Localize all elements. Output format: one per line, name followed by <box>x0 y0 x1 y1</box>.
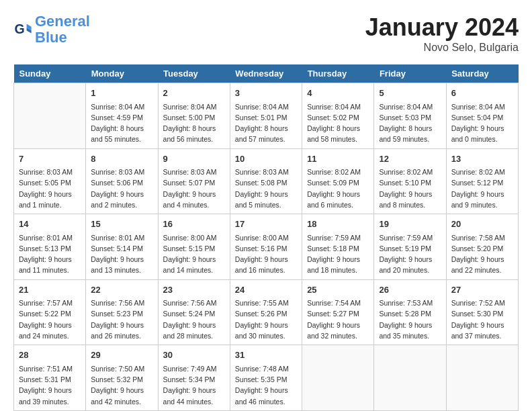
day-cell: 27Sunrise: 7:52 AM Sunset: 5:30 PM Dayli… <box>446 279 518 345</box>
day-number: 25 <box>307 283 369 297</box>
day-header-friday: Friday <box>374 64 446 83</box>
day-info: Sunrise: 8:04 AM Sunset: 5:00 PM Dayligh… <box>163 101 225 145</box>
day-info: Sunrise: 7:59 AM Sunset: 5:18 PM Dayligh… <box>307 232 369 276</box>
day-info: Sunrise: 7:56 AM Sunset: 5:24 PM Dayligh… <box>163 298 225 341</box>
page-header: G GeneralBlue January 2024 Novo Selo, Bu… <box>13 13 519 54</box>
day-number: 7 <box>19 152 81 166</box>
day-info: Sunrise: 7:48 AM Sunset: 5:35 PM Dayligh… <box>235 363 297 407</box>
day-cell: 29Sunrise: 7:50 AM Sunset: 5:32 PM Dayli… <box>86 345 158 411</box>
day-cell: 12Sunrise: 8:02 AM Sunset: 5:10 PM Dayli… <box>374 148 446 214</box>
day-info: Sunrise: 8:04 AM Sunset: 5:01 PM Dayligh… <box>235 101 297 145</box>
day-cell: 15Sunrise: 8:01 AM Sunset: 5:14 PM Dayli… <box>86 214 158 280</box>
day-cell: 26Sunrise: 7:53 AM Sunset: 5:28 PM Dayli… <box>374 279 446 345</box>
day-cell: 10Sunrise: 8:03 AM Sunset: 5:08 PM Dayli… <box>230 148 302 214</box>
day-number: 17 <box>235 218 297 231</box>
day-cell: 14Sunrise: 8:01 AM Sunset: 5:13 PM Dayli… <box>14 214 86 280</box>
day-info: Sunrise: 7:57 AM Sunset: 5:22 PM Dayligh… <box>19 298 81 341</box>
day-info: Sunrise: 8:03 AM Sunset: 5:06 PM Dayligh… <box>91 167 152 210</box>
day-cell: 21Sunrise: 7:57 AM Sunset: 5:22 PM Dayli… <box>14 279 86 345</box>
day-cell: 8Sunrise: 8:03 AM Sunset: 5:06 PM Daylig… <box>86 148 158 214</box>
day-info: Sunrise: 8:04 AM Sunset: 4:59 PM Dayligh… <box>91 101 152 145</box>
calendar-table: SundayMondayTuesdayWednesdayThursdayFrid… <box>13 64 519 411</box>
day-cell: 11Sunrise: 8:02 AM Sunset: 5:09 PM Dayli… <box>302 148 374 214</box>
logo: G GeneralBlue <box>13 13 90 46</box>
day-number: 6 <box>451 87 513 100</box>
week-row-1: 1Sunrise: 8:04 AM Sunset: 4:59 PM Daylig… <box>14 83 519 149</box>
day-cell: 30Sunrise: 7:49 AM Sunset: 5:34 PM Dayli… <box>158 345 230 411</box>
day-number: 13 <box>451 152 513 166</box>
day-cell <box>14 83 86 149</box>
day-info: Sunrise: 7:59 AM Sunset: 5:19 PM Dayligh… <box>379 232 441 276</box>
day-number: 27 <box>451 283 513 297</box>
day-info: Sunrise: 8:00 AM Sunset: 5:16 PM Dayligh… <box>235 232 297 276</box>
week-row-4: 21Sunrise: 7:57 AM Sunset: 5:22 PM Dayli… <box>14 279 519 345</box>
day-cell: 18Sunrise: 7:59 AM Sunset: 5:18 PM Dayli… <box>302 214 374 280</box>
day-cell: 24Sunrise: 7:55 AM Sunset: 5:26 PM Dayli… <box>230 279 302 345</box>
day-number: 22 <box>91 283 152 297</box>
day-number: 4 <box>307 87 369 100</box>
day-header-monday: Monday <box>86 64 158 83</box>
month-title: January 2024 <box>365 13 519 42</box>
location-subtitle: Novo Selo, Bulgaria <box>365 42 519 54</box>
day-number: 18 <box>307 218 369 231</box>
day-cell: 25Sunrise: 7:54 AM Sunset: 5:27 PM Dayli… <box>302 279 374 345</box>
day-cell <box>446 345 518 411</box>
day-number: 19 <box>379 218 441 231</box>
day-info: Sunrise: 7:51 AM Sunset: 5:31 PM Dayligh… <box>19 363 81 407</box>
day-number: 31 <box>235 349 297 362</box>
day-header-saturday: Saturday <box>446 64 518 83</box>
day-number: 10 <box>235 152 297 166</box>
day-info: Sunrise: 7:53 AM Sunset: 5:28 PM Dayligh… <box>379 298 441 341</box>
day-number: 2 <box>163 87 225 100</box>
day-info: Sunrise: 8:04 AM Sunset: 5:03 PM Dayligh… <box>379 101 441 145</box>
day-number: 20 <box>451 218 513 231</box>
day-number: 24 <box>235 283 297 297</box>
day-cell: 13Sunrise: 8:02 AM Sunset: 5:12 PM Dayli… <box>446 148 518 214</box>
day-info: Sunrise: 7:49 AM Sunset: 5:34 PM Dayligh… <box>163 363 225 407</box>
day-cell: 17Sunrise: 8:00 AM Sunset: 5:16 PM Dayli… <box>230 214 302 280</box>
day-cell <box>374 345 446 411</box>
day-cell: 31Sunrise: 7:48 AM Sunset: 5:35 PM Dayli… <box>230 345 302 411</box>
day-number: 3 <box>235 87 297 100</box>
day-number: 14 <box>19 218 81 231</box>
svg-text:G: G <box>14 21 24 36</box>
day-number: 12 <box>379 152 441 166</box>
day-number: 9 <box>163 152 225 166</box>
day-cell: 16Sunrise: 8:00 AM Sunset: 5:15 PM Dayli… <box>158 214 230 280</box>
day-number: 29 <box>91 349 152 362</box>
day-cell: 7Sunrise: 8:03 AM Sunset: 5:05 PM Daylig… <box>14 148 86 214</box>
day-number: 16 <box>163 218 225 231</box>
day-info: Sunrise: 7:52 AM Sunset: 5:30 PM Dayligh… <box>451 298 513 341</box>
day-info: Sunrise: 8:03 AM Sunset: 5:08 PM Dayligh… <box>235 167 297 210</box>
day-number: 30 <box>163 349 225 362</box>
day-cell: 6Sunrise: 8:04 AM Sunset: 5:04 PM Daylig… <box>446 83 518 149</box>
day-header-wednesday: Wednesday <box>230 64 302 83</box>
day-header-tuesday: Tuesday <box>158 64 230 83</box>
day-cell: 20Sunrise: 7:58 AM Sunset: 5:20 PM Dayli… <box>446 214 518 280</box>
day-cell: 9Sunrise: 8:03 AM Sunset: 5:07 PM Daylig… <box>158 148 230 214</box>
week-row-3: 14Sunrise: 8:01 AM Sunset: 5:13 PM Dayli… <box>14 214 519 280</box>
day-info: Sunrise: 7:55 AM Sunset: 5:26 PM Dayligh… <box>235 298 297 341</box>
day-cell <box>302 345 374 411</box>
day-cell: 5Sunrise: 8:04 AM Sunset: 5:03 PM Daylig… <box>374 83 446 149</box>
day-cell: 22Sunrise: 7:56 AM Sunset: 5:23 PM Dayli… <box>86 279 158 345</box>
week-row-2: 7Sunrise: 8:03 AM Sunset: 5:05 PM Daylig… <box>14 148 519 214</box>
week-row-5: 28Sunrise: 7:51 AM Sunset: 5:31 PM Dayli… <box>14 345 519 411</box>
logo-icon: G <box>13 20 32 39</box>
day-info: Sunrise: 8:00 AM Sunset: 5:15 PM Dayligh… <box>163 232 225 276</box>
day-header-thursday: Thursday <box>302 64 374 83</box>
logo-text: GeneralBlue <box>35 13 90 46</box>
day-number: 8 <box>91 152 152 166</box>
day-info: Sunrise: 8:02 AM Sunset: 5:10 PM Dayligh… <box>379 167 441 210</box>
day-number: 1 <box>91 87 152 100</box>
day-number: 26 <box>379 283 441 297</box>
day-cell: 1Sunrise: 8:04 AM Sunset: 4:59 PM Daylig… <box>86 83 158 149</box>
day-cell: 4Sunrise: 8:04 AM Sunset: 5:02 PM Daylig… <box>302 83 374 149</box>
day-number: 5 <box>379 87 441 100</box>
title-block: January 2024 Novo Selo, Bulgaria <box>365 13 519 54</box>
day-info: Sunrise: 8:03 AM Sunset: 5:05 PM Dayligh… <box>19 167 81 210</box>
day-number: 11 <box>307 152 369 166</box>
day-cell: 19Sunrise: 7:59 AM Sunset: 5:19 PM Dayli… <box>374 214 446 280</box>
day-info: Sunrise: 7:54 AM Sunset: 5:27 PM Dayligh… <box>307 298 369 341</box>
day-info: Sunrise: 7:58 AM Sunset: 5:20 PM Dayligh… <box>451 232 513 276</box>
